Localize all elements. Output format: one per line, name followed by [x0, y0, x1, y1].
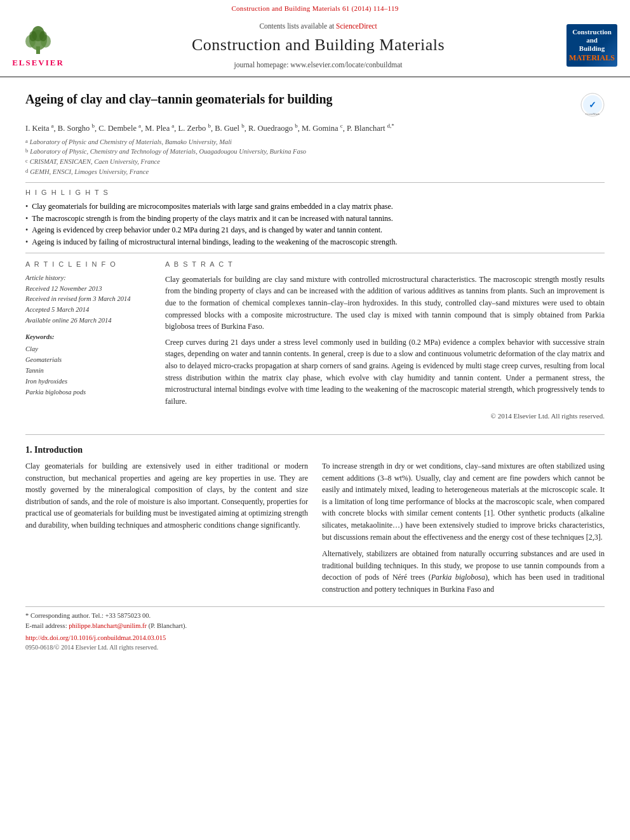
journal-title: Construction and Building Materials: [70, 34, 566, 57]
author-sup-b1: b: [91, 123, 95, 129]
affiliations: a Laboratory of Physic and Chemistry of …: [25, 137, 605, 177]
crossmark-icon: ✓ CrossMark: [580, 93, 605, 117]
badge-title-line1: Construction and Building: [569, 28, 615, 53]
highlight-item-4: Ageing is induced by failing of microstr…: [25, 236, 605, 248]
author-sup-d: d,*: [387, 123, 394, 129]
keyword-2: Geomaterials: [25, 355, 152, 366]
page: Construction and Building Materials 61 (…: [0, 0, 630, 665]
journal-citation: Construction and Building Materials 61 (…: [0, 0, 630, 15]
article-title: Ageing of clay and clay–tannin geomateri…: [25, 90, 574, 108]
author-sup-a2: a: [138, 123, 141, 129]
doi-line: http://dx.doi.org/10.1016/j.conbuildmat.…: [25, 634, 605, 643]
citation-text: Construction and Building Materials 61 (…: [231, 4, 398, 12]
article-history: Article history: Received 12 November 20…: [25, 273, 152, 326]
author-sup-a3: a: [171, 123, 174, 129]
rule-3: [25, 434, 605, 435]
highlight-item-3: Ageing is evidenced by creep behavior un…: [25, 224, 605, 236]
abstract-para-2: Creep curves during 21 days under a stre…: [165, 337, 605, 408]
svg-point-6: [39, 31, 47, 41]
keyword-5: Parkia biglobosa pods: [25, 387, 152, 398]
introduction-body: Clay geomaterials for building are exten…: [25, 460, 605, 601]
email-link[interactable]: philippe.blanchart@unilim.fr: [69, 622, 147, 629]
journal-header-center: Contents lists available at ScienceDirec…: [70, 21, 566, 70]
copyright-line: © 2014 Elsevier Ltd. All rights reserved…: [165, 411, 605, 422]
affil-b: b Laboratory of Physic, Chemistry and Te…: [25, 147, 605, 157]
rule-2: [25, 253, 605, 253]
abstract-text: Clay geomaterials for building are clay …: [165, 274, 605, 422]
highlights-section: H I G H L I G H T S Clay geomaterials fo…: [25, 188, 605, 248]
intro-right-col: To increase strength in dry or wet condi…: [322, 460, 605, 601]
intro-right-para-1: To increase strength in dry or wet condi…: [322, 460, 605, 543]
footnote-text: * Corresponding author. Tel.: +33 587502…: [25, 611, 605, 631]
article-info-col: A R T I C L E I N F O Article history: R…: [25, 260, 152, 425]
article-body: Ageing of clay and clay–tannin geomateri…: [0, 77, 630, 601]
contents-label: Contents lists available at: [259, 22, 334, 30]
author-sup-b4: b: [295, 123, 298, 129]
elsevier-logo: ELSEVIER: [13, 22, 64, 69]
highlights-title: H I G H L I G H T S: [25, 188, 605, 197]
svg-point-5: [29, 31, 37, 41]
author-sup-b2: b: [208, 123, 211, 129]
intro-left-col: Clay geomaterials for building are exten…: [25, 460, 308, 601]
keywords-section: Keywords: Clay Geomaterials Tannin Iron …: [25, 333, 152, 398]
affil-a: a Laboratory of Physic and Chemistry of …: [25, 137, 605, 147]
article-info-label: A R T I C L E I N F O: [25, 260, 152, 269]
issn-line: 0950-0618/© 2014 Elsevier Ltd. All right…: [25, 643, 605, 652]
sciencedirect-link[interactable]: ScienceDirect: [336, 22, 377, 30]
svg-text:CrossMark: CrossMark: [586, 112, 600, 116]
keyword-4: Iron hydroxides: [25, 377, 152, 387]
keywords-list: Clay Geomaterials Tannin Iron hydroxides…: [25, 344, 152, 397]
author-sup-c: c: [340, 123, 343, 129]
contents-line: Contents lists available at ScienceDirec…: [70, 21, 566, 31]
highlight-item-2: The macroscopic strength is from the bin…: [25, 213, 605, 225]
journal-header: ELSEVIER Contents lists available at Sci…: [0, 15, 630, 77]
intro-right-para-2: Alternatively, stabilizers are obtained …: [322, 548, 605, 595]
authors-line: I. Keita a, B. Sorgho b, C. Dembele a, M…: [25, 122, 605, 135]
footer-rule: [25, 606, 605, 607]
intro-left-para-1: Clay geomaterials for building are exten…: [25, 460, 308, 531]
keyword-1: Clay: [25, 344, 152, 355]
highlights-list: Clay geomaterials for building are micro…: [25, 201, 605, 248]
affil-c: c CRISMAT, ENSICAEN, Caen University, Fr…: [25, 157, 605, 167]
corresponding-note: * Corresponding author. Tel.: +33 587502…: [25, 612, 151, 619]
affil-d: d GEMH, ENSCI, Limoges University, Franc…: [25, 167, 605, 177]
article-title-row: Ageing of clay and clay–tannin geomateri…: [25, 90, 605, 117]
abstract-label: A B S T R A C T: [165, 260, 605, 269]
doi-link[interactable]: http://dx.doi.org/10.1016/j.conbuildmat.…: [25, 634, 166, 641]
svg-text:✓: ✓: [589, 100, 596, 110]
rule-1: [25, 182, 605, 183]
elsevier-brand-text: ELSEVIER: [12, 57, 64, 69]
author-sup-b3: b: [241, 123, 245, 129]
author-sup-a: a: [51, 123, 54, 129]
homepage-label: journal homepage: www.elsevier.com/locat…: [234, 61, 403, 69]
email-person: (P. Blanchart).: [149, 622, 187, 629]
footer-area: * Corresponding author. Tel.: +33 587502…: [0, 606, 630, 651]
abstract-para-1: Clay geomaterials for building are clay …: [165, 274, 605, 333]
homepage-line: journal homepage: www.elsevier.com/locat…: [70, 60, 566, 70]
journal-badge: Construction and Building MATERIALS: [566, 24, 617, 67]
elsevier-tree-icon: [19, 22, 57, 57]
article-info-abstract-row: A R T I C L E I N F O Article history: R…: [25, 260, 605, 425]
keyword-3: Tannin: [25, 366, 152, 377]
keywords-label: Keywords:: [25, 333, 152, 342]
highlight-item-1: Clay geomaterials for building are micro…: [25, 201, 605, 213]
badge-accent: MATERIALS: [569, 53, 615, 63]
abstract-col: A B S T R A C T Clay geomaterials for bu…: [165, 260, 605, 425]
introduction-title: 1. Introduction: [25, 444, 605, 457]
email-label: E-mail address:: [25, 622, 69, 629]
